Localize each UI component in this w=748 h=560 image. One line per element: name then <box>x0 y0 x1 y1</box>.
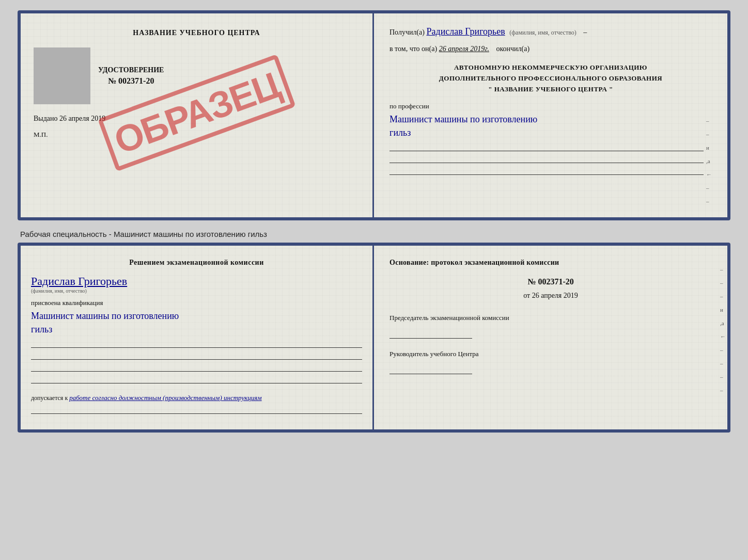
divider-text: Рабочая специальность - Машинист машины … <box>18 226 730 243</box>
cert-number-block: УДОСТОВЕРЕНИЕ № 002371-20 <box>98 66 164 86</box>
org-block: АВТОНОМНУЮ НЕКОММЕРЧЕСКУЮ ОРГАНИЗАЦИЮ ДО… <box>389 62 712 94</box>
qual-underline1 <box>31 339 362 348</box>
photo-placeholder <box>34 47 90 104</box>
person-block: Радислав Григорьев (фамилия, имя, отчест… <box>31 275 362 294</box>
received-name: Радислав Григорьев <box>426 26 505 37</box>
allow-work: допускается к работе согласно должностны… <box>31 394 362 402</box>
underline2 <box>389 154 704 163</box>
received-line: Получил(а) Радислав Григорьев (фамилия, … <box>389 26 712 37</box>
bottom-cert-left: Решением экзаменационной комиссии Радисл… <box>21 246 374 429</box>
issued-line: Выдано 26 апреля 2019 <box>34 115 360 123</box>
protocol-number: № 002371-20 <box>389 277 712 286</box>
top-cert-right: Получил(а) Радислав Григорьев (фамилия, … <box>374 13 727 217</box>
bottom-cert-right: Основание: протокол экзаменационной коми… <box>374 246 727 429</box>
profession-val: Машинист машины по изготовлению <box>389 113 704 126</box>
qual-underline3 <box>31 362 362 372</box>
chair-signature-line <box>389 326 472 339</box>
qual-underline2 <box>31 350 362 360</box>
top-certificate: НАЗВАНИЕ УЧЕБНОГО ЦЕНТРА УДОСТОВЕРЕНИЕ №… <box>18 10 730 220</box>
decision-title: Решением экзаменационной комиссии <box>31 259 362 267</box>
cert-number: № 002371-20 <box>98 76 164 86</box>
bottom-right-edge-marks: – – – и ,а ← – – – – <box>720 266 726 393</box>
profession-val2: гильз <box>389 126 704 139</box>
head-signature-line <box>389 361 472 374</box>
stamp-area: УДОСТОВЕРЕНИЕ № 002371-20 <box>34 47 360 104</box>
qualification-val2: гильз <box>31 323 362 336</box>
person-name: Радислав Григорьев <box>31 275 362 288</box>
protocol-date: от 26 апреля 2019 <box>389 292 712 300</box>
profession-label: по профессии <box>389 102 704 110</box>
basis-title: Основание: протокол экзаменационной коми… <box>389 259 712 267</box>
top-cert-title: НАЗВАНИЕ УЧЕБНОГО ЦЕНТРА <box>34 29 360 37</box>
center-head-label: Руководитель учебного Центра <box>389 349 712 359</box>
person-subtitle: (фамилия, имя, отчество) <box>31 288 362 294</box>
qualification-label: присвоена квалификация <box>31 299 362 307</box>
qualification-val: Машинист машины по изготовлению <box>31 310 362 323</box>
cert-label: УДОСТОВЕРЕНИЕ <box>98 66 164 74</box>
bottom-certificate: Решением экзаменационной комиссии Радисл… <box>18 243 730 432</box>
qual-underline4 <box>31 374 362 383</box>
underline1 <box>389 142 704 151</box>
right-edge-marks: – – и ,а ← – – <box>706 102 712 204</box>
allow-underline <box>31 405 362 414</box>
mp-label: М.П. <box>34 131 360 139</box>
underline3 <box>389 166 704 175</box>
top-cert-left: НАЗВАНИЕ УЧЕБНОГО ЦЕНТРА УДОСТОВЕРЕНИЕ №… <box>21 13 374 217</box>
date-line: в том, что он(а) 26 апреля 2019г. окончи… <box>389 45 712 53</box>
allow-work-val: работе согласно должностным (производств… <box>69 394 261 402</box>
commission-chair-label: Председатель экзаменационной комиссии <box>389 313 712 323</box>
